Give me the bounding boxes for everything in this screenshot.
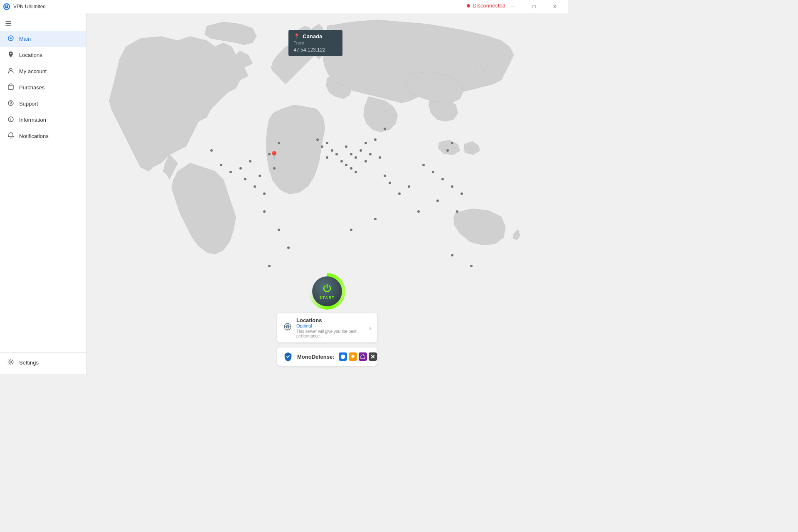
server-dot [451, 254, 453, 256]
server-dot [384, 175, 386, 177]
server-dot [422, 164, 425, 166]
svg-point-4 [10, 68, 12, 71]
my-account-label: My account [19, 68, 47, 74]
svg-point-10 [10, 118, 11, 118]
monodefense-app-icons [339, 352, 377, 361]
server-dot [374, 138, 377, 141]
server-dot [389, 182, 391, 184]
svg-rect-5 [8, 85, 13, 89]
server-dot [229, 171, 232, 173]
server-dot [417, 210, 420, 213]
maximize-button[interactable]: □ [525, 0, 544, 13]
server-dot [345, 145, 347, 148]
location-country: 📍 Canada [293, 33, 337, 39]
server-dot [432, 171, 434, 173]
sidebar-spacer [0, 144, 86, 352]
sidebar-item-support[interactable]: Support [0, 96, 86, 112]
bottom-panel: START Locations Optimal [277, 275, 377, 366]
server-dot [384, 128, 386, 130]
server-dot [374, 218, 377, 220]
information-icon [7, 116, 15, 124]
locations-panel-description: This server will give you the best perfo… [296, 329, 365, 338]
purchases-icon [7, 84, 15, 91]
close-button[interactable]: ✕ [545, 0, 564, 13]
monodefense-icon-3 [359, 352, 367, 361]
app-container: ☰ Main Locations [0, 13, 568, 374]
location-city: Truro [293, 40, 337, 45]
svg-point-7 [10, 104, 11, 105]
locations-panel-arrow: › [369, 324, 371, 332]
settings-icon [7, 359, 15, 367]
server-dot [441, 178, 444, 180]
location-pin-icon: 📍 [293, 33, 300, 39]
server-dot [365, 160, 367, 163]
server-dot [365, 142, 367, 144]
server-dot [210, 149, 213, 152]
information-label: Information [19, 117, 46, 123]
server-dot [451, 142, 453, 144]
locations-panel-title: Locations [296, 317, 365, 323]
monodefense-label: MonoDefense: [297, 354, 335, 360]
title-bar: VPN Unlimited Disconnected — □ ✕ [0, 0, 568, 13]
settings-label: Settings [19, 360, 39, 366]
server-dot [326, 142, 328, 144]
server-dot [436, 200, 439, 202]
sidebar-item-my-account[interactable]: My account [0, 63, 86, 79]
start-label: START [320, 296, 335, 300]
server-dot [263, 210, 266, 213]
power-button-container[interactable]: START [310, 275, 344, 308]
monodefense-icon-4 [369, 352, 377, 361]
server-dot [268, 265, 271, 267]
svg-point-3 [10, 37, 12, 39]
server-dot [239, 167, 242, 170]
server-dot [259, 175, 261, 177]
start-button[interactable]: START [312, 276, 342, 306]
server-dot [360, 149, 362, 152]
sidebar-item-locations[interactable]: Locations [0, 47, 86, 63]
purchases-label: Purchases [19, 84, 44, 91]
server-dot [340, 160, 343, 163]
sidebar-item-notifications[interactable]: Notifications [0, 128, 86, 144]
sidebar-item-main[interactable]: Main [0, 31, 86, 47]
sidebar-item-settings[interactable]: Settings [0, 355, 86, 371]
support-label: Support [19, 101, 38, 107]
server-dot [326, 156, 328, 159]
server-dot [451, 185, 453, 188]
server-dot [408, 185, 410, 188]
minimize-button[interactable]: — [504, 0, 523, 13]
server-dot [254, 185, 256, 188]
country-name: Canada [303, 33, 322, 39]
server-dot [244, 178, 246, 180]
server-dot [369, 153, 372, 155]
locations-panel-text: Locations Optimal This server will give … [296, 317, 365, 338]
monodefense-logo [283, 352, 293, 362]
sidebar-item-information[interactable]: Information [0, 112, 86, 128]
main-content: 📍 📍 Canada Truro 47.54.123.122 [86, 13, 568, 374]
hamburger-menu-icon[interactable]: ☰ [0, 17, 86, 31]
server-dot [456, 210, 458, 213]
locations-label: Locations [19, 52, 42, 58]
server-dot [278, 229, 280, 231]
title-bar-left: VPN Unlimited [3, 3, 46, 10]
status-label: Disconnected [473, 2, 505, 9]
monodefense-card: MonoDefense: [277, 347, 377, 366]
server-dot [470, 265, 473, 267]
main-label: Main [19, 36, 31, 42]
app-title: VPN Unlimited [13, 4, 46, 10]
server-dot [446, 149, 449, 152]
main-icon [7, 35, 15, 43]
sidebar-item-purchases[interactable]: Purchases [0, 79, 86, 96]
locations-icon [7, 51, 15, 59]
my-account-icon [7, 67, 15, 75]
server-dot [345, 164, 347, 166]
server-dot [263, 192, 266, 195]
locations-panel-card[interactable]: Locations Optimal This server will give … [277, 313, 377, 342]
world-map-container: 📍 📍 Canada Truro 47.54.123.122 [86, 13, 568, 374]
server-dot [398, 192, 401, 195]
notifications-icon [7, 132, 15, 140]
server-dot [278, 142, 280, 144]
power-icon [322, 283, 332, 295]
location-ip: 47.54.123.122 [293, 47, 337, 53]
server-dot [350, 153, 352, 155]
server-dot [355, 156, 357, 159]
